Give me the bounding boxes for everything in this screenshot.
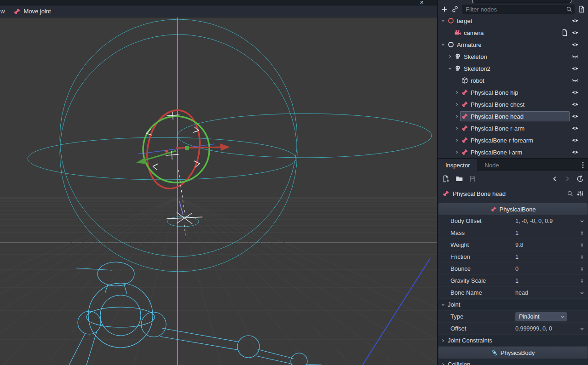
dropdown-value: PinJoint <box>519 314 539 320</box>
tree-node-label: Physical Bone r-arm <box>471 125 525 132</box>
inspector-toolbar <box>438 171 588 187</box>
eye-icon[interactable] <box>571 29 579 36</box>
expand-arrow-icon[interactable] <box>454 113 460 120</box>
tab-node[interactable]: Node <box>477 159 506 171</box>
eye-icon[interactable] <box>571 148 579 156</box>
eye-icon[interactable] <box>571 137 579 144</box>
section-label: Collision <box>448 361 470 365</box>
tree-row[interactable]: robot <box>438 74 588 86</box>
stepper-icon[interactable] <box>579 230 585 236</box>
tree-node[interactable]: Physical Bone r-arm <box>460 123 570 133</box>
new-resource-icon[interactable] <box>442 175 450 182</box>
tree-node[interactable]: PhysicalBone l-arm <box>460 147 570 157</box>
inspector-tools-icon[interactable] <box>576 190 584 197</box>
add-node-icon[interactable] <box>441 6 448 13</box>
bone-icon <box>442 190 450 197</box>
tree-row[interactable]: Physical Bone chest <box>438 98 588 110</box>
property-value[interactable]: 1 <box>515 230 576 236</box>
expand-arrow-icon[interactable] <box>447 53 453 60</box>
section-joint-constraints[interactable]: Joint Constraints <box>438 335 588 347</box>
inspector-object-bar: Physical Bone head <box>438 187 588 200</box>
tree-node[interactable]: robot <box>460 75 570 86</box>
tree-node[interactable]: Skeleton2 <box>453 63 570 74</box>
section-joint[interactable]: Joint <box>438 299 588 311</box>
history-forward-icon[interactable] <box>564 176 571 182</box>
tree-row[interactable]: camera <box>438 27 588 39</box>
property-value[interactable]: 9.8 <box>515 242 576 248</box>
property-value[interactable]: 0 <box>515 266 576 272</box>
stepper-icon[interactable] <box>579 266 585 272</box>
section-collision[interactable]: Collision <box>438 359 588 365</box>
expand-arrow-icon[interactable] <box>454 137 460 143</box>
property-row: Bone Namehead <box>438 287 588 299</box>
dock-menu-icon[interactable] <box>579 161 587 169</box>
viewport-3d[interactable]: ✕ w Move joint <box>0 0 437 365</box>
chevron-down-icon[interactable] <box>579 218 585 224</box>
tree-node[interactable]: target <box>446 16 570 26</box>
eye-closed-icon[interactable] <box>571 77 579 84</box>
eye-icon[interactable] <box>571 41 579 48</box>
tree-node-label: robot <box>471 77 484 84</box>
tree-row[interactable]: target <box>438 15 588 27</box>
tree-row[interactable]: Armature <box>438 39 588 51</box>
tree-node[interactable]: Skeleton <box>453 51 570 62</box>
object-history-icon[interactable] <box>576 175 584 182</box>
chevron-down-icon[interactable] <box>579 290 585 296</box>
viewport-background <box>0 17 437 365</box>
tree-row[interactable]: Physical Bone hip <box>438 86 588 98</box>
collapse-arrow-icon[interactable] <box>440 41 446 48</box>
save-resource-icon[interactable] <box>469 175 476 182</box>
collapse-arrow-icon[interactable] <box>440 17 446 24</box>
tree-row[interactable]: Skeleton <box>438 51 588 63</box>
tab-inspector[interactable]: Inspector <box>438 159 477 171</box>
scene-dock: targetcameraArmatureSkeletonSkeleton2rob… <box>438 0 588 159</box>
attach-script-icon[interactable] <box>578 6 585 13</box>
eye-icon[interactable] <box>571 113 579 120</box>
eye-icon[interactable] <box>571 125 579 132</box>
tree-node[interactable]: Physical Bone head <box>460 111 570 121</box>
tree-row[interactable]: PhysicalBone r-forearm <box>438 134 588 146</box>
load-resource-icon[interactable] <box>455 175 463 182</box>
dropdown[interactable]: PinJoint <box>515 312 567 321</box>
tree-node[interactable]: Physical Bone hip <box>460 87 570 97</box>
script-icon[interactable] <box>561 29 568 36</box>
tree-node[interactable]: camera <box>453 28 559 38</box>
expand-arrow-icon[interactable] <box>454 149 460 155</box>
property-label: Type <box>438 313 515 320</box>
instance-scene-icon[interactable] <box>451 6 459 13</box>
eye-icon[interactable] <box>571 17 579 24</box>
tree-node[interactable]: PhysicalBone r-forearm <box>460 135 570 145</box>
expand-arrow-icon[interactable] <box>454 101 460 108</box>
tree-row[interactable]: Physical Bone head <box>438 110 588 122</box>
eye-icon[interactable] <box>571 65 579 72</box>
eye-icon[interactable] <box>571 101 579 108</box>
property-value[interactable]: 0.999999, 0, 0 <box>515 325 576 332</box>
stepper-icon[interactable] <box>579 254 585 260</box>
eye-closed-icon[interactable] <box>571 53 579 60</box>
eye-icon[interactable] <box>571 89 579 96</box>
property-value[interactable]: 1, -0, -0, 0, 0.9 <box>515 218 576 224</box>
tree-row[interactable]: Physical Bone r-arm <box>438 122 588 134</box>
stepper-icon[interactable] <box>579 242 585 248</box>
tree-node[interactable]: Physical Bone chest <box>460 99 570 109</box>
filter-properties-icon[interactable] <box>567 190 573 197</box>
property-value[interactable]: 1 <box>515 278 576 284</box>
clipped-text-field[interactable] <box>472 0 571 3</box>
filter-input[interactable] <box>466 6 566 13</box>
expand-arrow-icon[interactable] <box>454 89 460 96</box>
tree-node[interactable]: Armature <box>446 40 570 50</box>
property-label: Gravity Scale <box>438 277 515 284</box>
collapse-arrow-icon[interactable] <box>447 65 453 72</box>
filter-field[interactable] <box>462 5 575 14</box>
viewport-scene-svg[interactable] <box>0 17 437 365</box>
tree-row[interactable]: PhysicalBone l-arm <box>438 146 588 158</box>
property-value[interactable]: 1 <box>515 254 576 260</box>
chevron-down-icon[interactable] <box>579 326 585 331</box>
tree-row[interactable]: Skeleton2 <box>438 63 588 74</box>
property-value[interactable]: head <box>515 290 576 296</box>
close-icon[interactable]: ✕ <box>420 0 424 5</box>
stepper-icon[interactable] <box>579 278 585 284</box>
history-back-icon[interactable] <box>552 176 558 182</box>
tree-node-label: Armature <box>457 41 481 48</box>
expand-arrow-icon[interactable] <box>454 125 460 131</box>
